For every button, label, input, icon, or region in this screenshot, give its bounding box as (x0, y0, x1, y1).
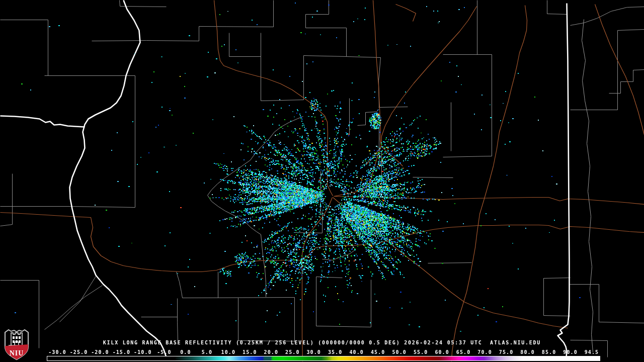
colorbar-label: 94.5 (581, 349, 603, 355)
niu-logo: NIU (3, 329, 31, 361)
product-title-text: KILX LONG RANGE BASE REFLECTIVITY (0.25K… (103, 340, 541, 345)
colorbar-label: 15.0 (239, 349, 261, 355)
colorbar-label: 60.0 (431, 349, 453, 355)
logo-text: NIU (10, 349, 24, 357)
colorbar-label: -25.0 (68, 349, 90, 355)
colorbar-label: 90.0 (559, 349, 581, 355)
colorbar-label: 75.0 (496, 349, 517, 355)
colorbar-scale-labels: -30.0-25.0-20.0-15.0-10.0-5.00.05.010.01… (0, 349, 644, 355)
product-title-bar: KILX LONG RANGE BASE REFLECTIVITY (0.25K… (0, 340, 644, 345)
colorbar-label: 0.0 (175, 349, 196, 355)
colorbar-label: 70.0 (474, 349, 496, 355)
colorbar-label: 50.0 (388, 349, 410, 355)
colorbar-label: 45.0 (367, 349, 389, 355)
colorbar-label: 35.0 (325, 349, 346, 355)
colorbar-label: -15.0 (111, 349, 132, 355)
colorbar-label: 85.0 (538, 349, 560, 355)
colorbar-label: 80.0 (517, 349, 538, 355)
colorbar-label: 40.0 (346, 349, 367, 355)
colorbar-legend (47, 356, 600, 361)
colorbar-label: -30.0 (47, 349, 68, 355)
colorbar-label: -20.0 (89, 349, 111, 355)
colorbar-label: 5.0 (196, 349, 218, 355)
colorbar-label: 20.0 (260, 349, 282, 355)
colorbar-label: 25.0 (282, 349, 303, 355)
colorbar-gradient (47, 356, 600, 360)
colorbar-label: -5.0 (153, 349, 175, 355)
colorbar-label: 65.0 (453, 349, 474, 355)
radar-map-image (0, 0, 644, 362)
colorbar-label: 10.0 (217, 349, 239, 355)
colorbar-label: -10.0 (132, 349, 153, 355)
colorbar-label: 30.0 (303, 349, 325, 355)
radar-viewer: KILX LONG RANGE BASE REFLECTIVITY (0.25K… (0, 0, 644, 362)
colorbar-label: 55.0 (410, 349, 432, 355)
